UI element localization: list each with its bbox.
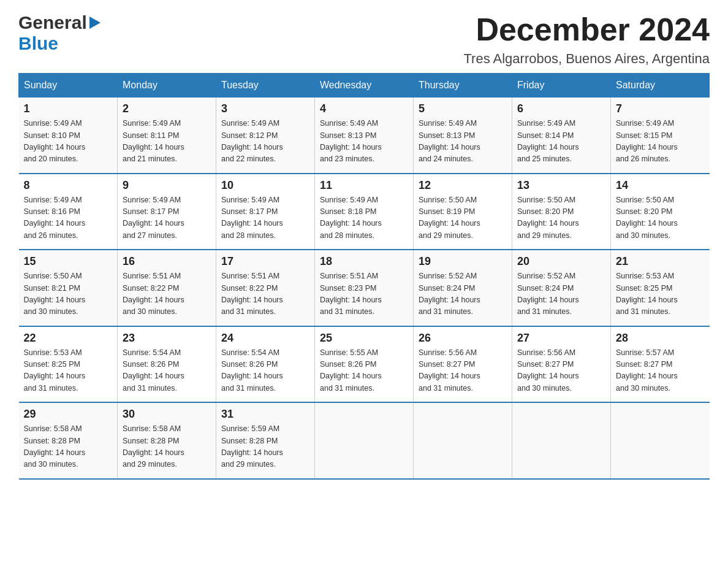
day-cell: 20 Sunrise: 5:52 AM Sunset: 8:24 PM Dayl… bbox=[512, 250, 611, 326]
day-info: Sunrise: 5:53 AM Sunset: 8:25 PM Dayligh… bbox=[24, 347, 113, 395]
day-cell bbox=[512, 402, 611, 479]
day-cell: 8 Sunrise: 5:49 AM Sunset: 8:16 PM Dayli… bbox=[19, 174, 118, 250]
day-info: Sunrise: 5:49 AM Sunset: 8:18 PM Dayligh… bbox=[320, 194, 408, 242]
day-number: 2 bbox=[123, 102, 211, 115]
day-cell: 12 Sunrise: 5:50 AM Sunset: 8:19 PM Dayl… bbox=[414, 174, 512, 250]
header-sunday: Sunday bbox=[19, 74, 118, 98]
day-number: 8 bbox=[24, 179, 113, 192]
day-cell: 23 Sunrise: 5:54 AM Sunset: 8:26 PM Dayl… bbox=[118, 326, 216, 403]
day-number: 21 bbox=[616, 255, 705, 268]
day-number: 7 bbox=[616, 102, 705, 115]
day-number: 10 bbox=[221, 179, 309, 192]
day-info: Sunrise: 5:51 AM Sunset: 8:23 PM Dayligh… bbox=[320, 270, 408, 318]
header-thursday: Thursday bbox=[414, 74, 512, 98]
day-info: Sunrise: 5:51 AM Sunset: 8:22 PM Dayligh… bbox=[221, 270, 309, 318]
day-info: Sunrise: 5:52 AM Sunset: 8:24 PM Dayligh… bbox=[517, 270, 605, 318]
day-cell: 28 Sunrise: 5:57 AM Sunset: 8:27 PM Dayl… bbox=[611, 326, 710, 403]
day-cell: 13 Sunrise: 5:50 AM Sunset: 8:20 PM Dayl… bbox=[512, 174, 611, 250]
day-number: 3 bbox=[221, 102, 309, 115]
day-cell: 24 Sunrise: 5:54 AM Sunset: 8:26 PM Dayl… bbox=[216, 326, 315, 403]
day-info: Sunrise: 5:55 AM Sunset: 8:26 PM Dayligh… bbox=[320, 347, 408, 395]
day-cell: 16 Sunrise: 5:51 AM Sunset: 8:22 PM Dayl… bbox=[118, 250, 216, 326]
day-info: Sunrise: 5:49 AM Sunset: 8:10 PM Dayligh… bbox=[24, 118, 113, 166]
day-number: 13 bbox=[517, 179, 605, 192]
day-number: 25 bbox=[320, 332, 408, 345]
day-number: 15 bbox=[24, 255, 113, 268]
day-info: Sunrise: 5:49 AM Sunset: 8:12 PM Dayligh… bbox=[221, 118, 309, 166]
day-info: Sunrise: 5:49 AM Sunset: 8:17 PM Dayligh… bbox=[221, 194, 309, 242]
day-number: 14 bbox=[616, 179, 705, 192]
day-cell: 21 Sunrise: 5:53 AM Sunset: 8:25 PM Dayl… bbox=[611, 250, 710, 326]
day-info: Sunrise: 5:49 AM Sunset: 8:15 PM Dayligh… bbox=[616, 118, 705, 166]
day-cell: 27 Sunrise: 5:56 AM Sunset: 8:27 PM Dayl… bbox=[512, 326, 611, 403]
day-number: 30 bbox=[123, 408, 211, 421]
day-info: Sunrise: 5:50 AM Sunset: 8:19 PM Dayligh… bbox=[419, 194, 507, 242]
day-info: Sunrise: 5:51 AM Sunset: 8:22 PM Dayligh… bbox=[123, 270, 211, 318]
day-cell: 5 Sunrise: 5:49 AM Sunset: 8:13 PM Dayli… bbox=[414, 98, 512, 174]
day-info: Sunrise: 5:59 AM Sunset: 8:28 PM Dayligh… bbox=[221, 423, 309, 471]
day-number: 31 bbox=[221, 408, 309, 421]
day-cell bbox=[611, 402, 710, 479]
week-row-1: 1 Sunrise: 5:49 AM Sunset: 8:10 PM Dayli… bbox=[19, 98, 710, 174]
day-cell: 22 Sunrise: 5:53 AM Sunset: 8:25 PM Dayl… bbox=[19, 326, 118, 403]
day-info: Sunrise: 5:49 AM Sunset: 8:14 PM Dayligh… bbox=[517, 118, 605, 166]
day-number: 29 bbox=[24, 408, 113, 421]
day-info: Sunrise: 5:56 AM Sunset: 8:27 PM Dayligh… bbox=[419, 347, 507, 395]
calendar-header-row: SundayMondayTuesdayWednesdayThursdayFrid… bbox=[19, 74, 710, 98]
day-number: 6 bbox=[517, 102, 605, 115]
header-saturday: Saturday bbox=[611, 74, 710, 98]
day-info: Sunrise: 5:57 AM Sunset: 8:27 PM Dayligh… bbox=[616, 347, 705, 395]
day-number: 22 bbox=[24, 332, 113, 345]
day-cell: 14 Sunrise: 5:50 AM Sunset: 8:20 PM Dayl… bbox=[611, 174, 710, 250]
week-row-4: 22 Sunrise: 5:53 AM Sunset: 8:25 PM Dayl… bbox=[19, 326, 710, 403]
day-cell: 30 Sunrise: 5:58 AM Sunset: 8:28 PM Dayl… bbox=[118, 402, 216, 479]
header-tuesday: Tuesday bbox=[216, 74, 315, 98]
header-friday: Friday bbox=[512, 74, 611, 98]
day-cell: 2 Sunrise: 5:49 AM Sunset: 8:11 PM Dayli… bbox=[118, 98, 216, 174]
day-cell: 3 Sunrise: 5:49 AM Sunset: 8:12 PM Dayli… bbox=[216, 98, 315, 174]
month-title: December 2024 bbox=[463, 12, 710, 47]
day-cell: 9 Sunrise: 5:49 AM Sunset: 8:17 PM Dayli… bbox=[118, 174, 216, 250]
day-number: 5 bbox=[419, 102, 507, 115]
day-cell: 29 Sunrise: 5:58 AM Sunset: 8:28 PM Dayl… bbox=[19, 402, 118, 479]
day-cell: 10 Sunrise: 5:49 AM Sunset: 8:17 PM Dayl… bbox=[216, 174, 315, 250]
day-number: 27 bbox=[517, 332, 605, 345]
svg-marker-0 bbox=[89, 17, 100, 29]
logo-blue-text: Blue bbox=[18, 33, 58, 53]
day-cell: 1 Sunrise: 5:49 AM Sunset: 8:10 PM Dayli… bbox=[19, 98, 118, 174]
day-info: Sunrise: 5:56 AM Sunset: 8:27 PM Dayligh… bbox=[517, 347, 605, 395]
logo: General Blue bbox=[18, 12, 100, 54]
day-cell bbox=[414, 402, 512, 479]
day-number: 23 bbox=[123, 332, 211, 345]
day-cell: 4 Sunrise: 5:49 AM Sunset: 8:13 PM Dayli… bbox=[315, 98, 414, 174]
day-cell: 19 Sunrise: 5:52 AM Sunset: 8:24 PM Dayl… bbox=[414, 250, 512, 326]
week-row-2: 8 Sunrise: 5:49 AM Sunset: 8:16 PM Dayli… bbox=[19, 174, 710, 250]
day-info: Sunrise: 5:58 AM Sunset: 8:28 PM Dayligh… bbox=[24, 423, 113, 471]
day-info: Sunrise: 5:50 AM Sunset: 8:20 PM Dayligh… bbox=[517, 194, 605, 242]
day-cell: 6 Sunrise: 5:49 AM Sunset: 8:14 PM Dayli… bbox=[512, 98, 611, 174]
day-info: Sunrise: 5:50 AM Sunset: 8:21 PM Dayligh… bbox=[24, 270, 113, 318]
week-row-5: 29 Sunrise: 5:58 AM Sunset: 8:28 PM Dayl… bbox=[19, 402, 710, 479]
day-info: Sunrise: 5:50 AM Sunset: 8:20 PM Dayligh… bbox=[616, 194, 705, 242]
week-row-3: 15 Sunrise: 5:50 AM Sunset: 8:21 PM Dayl… bbox=[19, 250, 710, 326]
day-number: 17 bbox=[221, 255, 309, 268]
day-number: 1 bbox=[24, 102, 113, 115]
title-section: December 2024 Tres Algarrobos, Buenos Ai… bbox=[463, 12, 710, 67]
day-info: Sunrise: 5:49 AM Sunset: 8:11 PM Dayligh… bbox=[123, 118, 211, 166]
page-header: General Blue December 2024 Tres Algarrob… bbox=[18, 12, 710, 67]
day-number: 16 bbox=[123, 255, 211, 268]
day-cell: 31 Sunrise: 5:59 AM Sunset: 8:28 PM Dayl… bbox=[216, 402, 315, 479]
day-number: 19 bbox=[419, 255, 507, 268]
day-info: Sunrise: 5:52 AM Sunset: 8:24 PM Dayligh… bbox=[419, 270, 507, 318]
day-info: Sunrise: 5:49 AM Sunset: 8:13 PM Dayligh… bbox=[320, 118, 408, 166]
day-number: 4 bbox=[320, 102, 408, 115]
day-cell: 26 Sunrise: 5:56 AM Sunset: 8:27 PM Dayl… bbox=[414, 326, 512, 403]
day-cell: 18 Sunrise: 5:51 AM Sunset: 8:23 PM Dayl… bbox=[315, 250, 414, 326]
day-info: Sunrise: 5:54 AM Sunset: 8:26 PM Dayligh… bbox=[221, 347, 309, 395]
day-info: Sunrise: 5:54 AM Sunset: 8:26 PM Dayligh… bbox=[123, 347, 211, 395]
day-number: 20 bbox=[517, 255, 605, 268]
logo-arrow-icon bbox=[89, 17, 100, 31]
day-cell: 15 Sunrise: 5:50 AM Sunset: 8:21 PM Dayl… bbox=[19, 250, 118, 326]
logo-general-text: General bbox=[18, 12, 87, 33]
day-info: Sunrise: 5:49 AM Sunset: 8:17 PM Dayligh… bbox=[123, 194, 211, 242]
